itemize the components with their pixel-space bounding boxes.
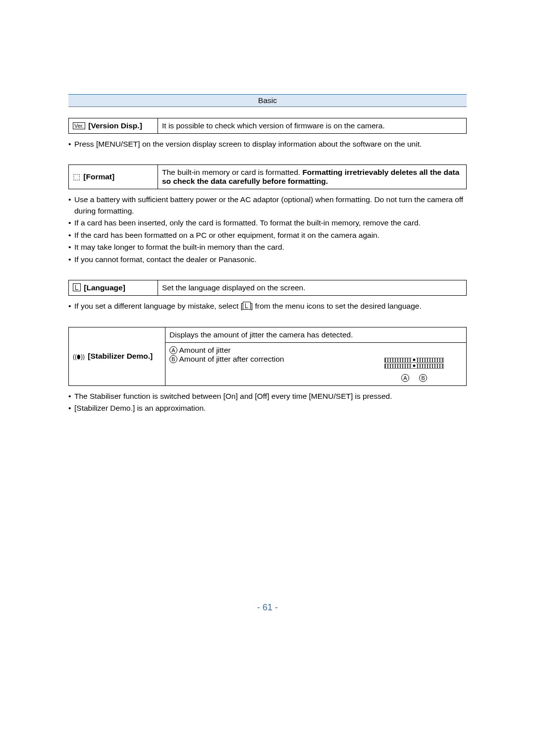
stabilizer-notes: The Stabiliser function is switched betw… (68, 391, 467, 414)
jitter-bar-a: ■ (384, 358, 444, 363)
stabilizer-top-desc: Displays the amount of jitter the camera… (165, 327, 466, 343)
note-item: If the card has been formatted on a PC o… (68, 230, 467, 241)
stabilizer-item-b-text: Amount of jitter after correction (179, 355, 284, 363)
version-notes: Press [MENU/SET] on the version display … (68, 139, 467, 150)
language-icon: 🄻 (73, 283, 81, 292)
stabilizer-icon: ((⬮)) (73, 353, 85, 360)
stabilizer-label-cell: ((⬮)) [Stabilizer Demo.] (69, 327, 165, 385)
version-disp-row: Ver. [Version Disp.] It is possible to c… (68, 118, 467, 134)
diagram-marker-b: B (419, 374, 427, 382)
stabilizer-items: A Amount of jitter B Amount of jitter af… (165, 343, 362, 385)
language-desc: Set the language displayed on the screen… (158, 280, 467, 296)
note-item: It may take longer to format the built-i… (68, 242, 467, 253)
format-notes: Use a battery with sufficient battery po… (68, 194, 467, 265)
note-item: Use a battery with sufficient battery po… (68, 194, 467, 216)
section-header-text: Basic (258, 96, 277, 105)
marker-a-icon: A (169, 346, 177, 354)
note-item: If a card has been inserted, only the ca… (68, 217, 467, 228)
stabilizer-label: [Stabilizer Demo.] (88, 352, 153, 360)
diagram-marker-a: A (401, 374, 409, 382)
note-item: The Stabiliser function is switched betw… (68, 391, 467, 402)
stabilizer-item-a-text: Amount of jitter (179, 346, 230, 354)
format-label: [Format] (83, 172, 114, 181)
stabilizer-row: ((⬮)) [Stabilizer Demo.] Displays the am… (68, 327, 467, 386)
version-disp-label: [Version Disp.] (88, 121, 142, 130)
stabilizer-item-a: A Amount of jitter (169, 346, 358, 355)
jitter-bar-b: ■ (384, 364, 444, 369)
language-notes: If you set a different language by mista… (68, 301, 467, 312)
format-label-cell: ⬚ [Format] (69, 165, 158, 189)
format-icon: ⬚ (73, 172, 80, 181)
language-label: [Language] (84, 283, 125, 292)
stabilizer-item-b: B Amount of jitter after correction (169, 355, 358, 364)
language-label-cell: 🄻 [Language] (69, 280, 158, 296)
marker-b-icon: B (169, 355, 177, 363)
note-item: Press [MENU/SET] on the version display … (68, 139, 467, 150)
version-disp-desc: It is possible to check which version of… (158, 118, 467, 134)
version-icon: Ver. (73, 122, 85, 129)
stabilizer-desc-cell: Displays the amount of jitter the camera… (165, 327, 467, 385)
language-row: 🄻 [Language] Set the language displayed … (68, 280, 467, 296)
note-item: If you set a different language by mista… (68, 301, 467, 312)
format-desc: The built-in memory or card is formatted… (158, 165, 467, 189)
section-header: Basic (68, 94, 467, 107)
format-desc-prefix: The built-in memory or card is formatted… (162, 168, 302, 176)
version-disp-label-cell: Ver. [Version Disp.] (69, 118, 158, 134)
stabilizer-diagram: ■ ■ A B (362, 343, 466, 385)
note-item: If you cannot format, contact the dealer… (68, 254, 467, 265)
note-item: [Stabilizer Demo.] is an approximation. (68, 403, 467, 414)
format-row: ⬚ [Format] The built-in memory or card i… (68, 164, 467, 189)
page-number: - 61 - (68, 602, 467, 613)
